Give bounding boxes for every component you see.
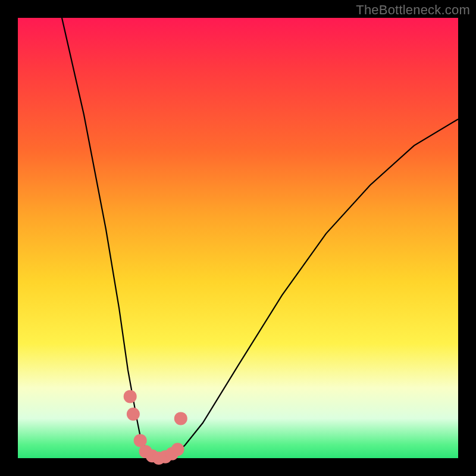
curve-marker bbox=[174, 412, 187, 425]
curve-marker bbox=[127, 408, 140, 421]
marker-group bbox=[124, 390, 187, 465]
curve-svg bbox=[18, 18, 458, 458]
watermark-text: TheBottleneck.com bbox=[356, 2, 470, 18]
curve-marker bbox=[124, 390, 137, 403]
curve-marker bbox=[171, 443, 184, 456]
bottleneck-curve bbox=[62, 18, 458, 458]
chart-stage: TheBottleneck.com bbox=[0, 0, 476, 476]
plot-area bbox=[18, 18, 458, 458]
